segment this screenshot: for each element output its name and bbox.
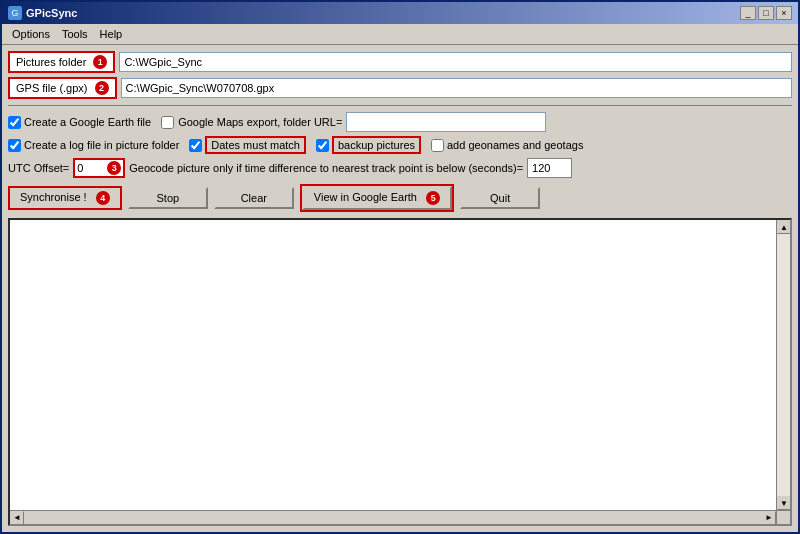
backup-pictures-label: backup pictures (332, 136, 421, 154)
synchronise-wrapper: Synchronise ! 4 (8, 186, 122, 210)
title-bar-buttons: _ □ × (740, 6, 792, 20)
vertical-scrollbar[interactable]: ▲ ▼ (776, 220, 790, 510)
window-title: GPicSync (26, 7, 77, 19)
create-log-label: Create a log file in picture folder (24, 139, 179, 151)
gps-file-label: GPS file (.gpx) 2 (8, 77, 117, 99)
horizontal-scrollbar[interactable]: ◄ ► (10, 510, 776, 524)
menu-tools[interactable]: Tools (56, 26, 94, 42)
create-log-group: Create a log file in picture folder (8, 139, 179, 152)
dates-must-match-checkbox[interactable] (189, 139, 202, 152)
gps-file-input[interactable] (121, 78, 792, 98)
dates-must-match-label: Dates must match (205, 136, 306, 154)
content-area: Pictures folder 1 GPS file (.gpx) 2 (2, 45, 798, 532)
clear-button[interactable]: Clear (214, 187, 294, 209)
google-maps-input[interactable] (346, 112, 546, 132)
scroll-up-button[interactable]: ▲ (777, 220, 791, 234)
options-row-1: Create a Google Earth file Google Maps e… (8, 112, 792, 132)
google-maps-label: Google Maps export, folder URL= (178, 116, 342, 128)
close-button[interactable]: × (776, 6, 792, 20)
utc-input[interactable] (75, 161, 105, 175)
scroll-left-button[interactable]: ◄ (10, 511, 24, 525)
view-google-earth-button[interactable]: View in Google Earth 5 (302, 186, 452, 210)
gps-file-badge: 2 (95, 81, 109, 95)
main-window: G GPicSync _ □ × Options Tools Help Pict… (0, 0, 800, 534)
scrollbar-corner (776, 510, 790, 524)
menu-options[interactable]: Options (6, 26, 56, 42)
google-maps-checkbox[interactable] (161, 116, 174, 129)
output-area: ▲ ▼ ◄ ► (8, 218, 792, 526)
add-geonames-group: add geonames and geotags (431, 139, 583, 152)
pictures-folder-badge: 1 (93, 55, 107, 69)
title-bar: G GPicSync _ □ × (2, 2, 798, 24)
utc-input-wrapper: 3 (73, 158, 125, 178)
minimize-button[interactable]: _ (740, 6, 756, 20)
create-google-earth-checkbox[interactable] (8, 116, 21, 129)
scroll-right-button[interactable]: ► (762, 511, 776, 525)
view-google-earth-wrapper: View in Google Earth 5 (300, 184, 454, 212)
utc-label: UTC Offset= (8, 162, 69, 174)
google-maps-row: Google Maps export, folder URL= (161, 112, 546, 132)
scroll-down-button[interactable]: ▼ (777, 496, 791, 510)
pictures-folder-row: Pictures folder 1 (8, 51, 792, 73)
synchronise-badge: 4 (96, 191, 110, 205)
backup-pictures-checkbox[interactable] (316, 139, 329, 152)
scroll-track-v (777, 234, 790, 496)
menu-help[interactable]: Help (94, 26, 129, 42)
backup-pictures-group: backup pictures (316, 136, 421, 154)
quit-button[interactable]: Quit (460, 187, 540, 209)
dates-must-match-group: Dates must match (189, 136, 306, 154)
title-bar-left: G GPicSync (8, 6, 77, 20)
options-row-2: Create a log file in picture folder Date… (8, 136, 792, 154)
app-icon: G (8, 6, 22, 20)
gps-file-row: GPS file (.gpx) 2 (8, 77, 792, 99)
add-geonames-checkbox[interactable] (431, 139, 444, 152)
utc-row: UTC Offset= 3 Geocode picture only if ti… (8, 158, 792, 178)
create-google-earth-group: Create a Google Earth file (8, 116, 151, 129)
seconds-input[interactable] (527, 158, 572, 178)
create-google-earth-label: Create a Google Earth file (24, 116, 151, 128)
buttons-row: Synchronise ! 4 Stop Clear View in Googl… (8, 184, 792, 212)
geocode-label: Geocode picture only if time difference … (129, 162, 523, 174)
create-log-checkbox[interactable] (8, 139, 21, 152)
pictures-folder-label: Pictures folder 1 (8, 51, 115, 73)
output-inner (10, 220, 776, 510)
utc-badge: 3 (107, 161, 121, 175)
synchronise-button[interactable]: Synchronise ! 4 (10, 188, 120, 208)
menu-bar: Options Tools Help (2, 24, 798, 45)
view-badge: 5 (426, 191, 440, 205)
add-geonames-label: add geonames and geotags (447, 139, 583, 151)
stop-button[interactable]: Stop (128, 187, 208, 209)
pictures-folder-input[interactable] (119, 52, 792, 72)
maximize-button[interactable]: □ (758, 6, 774, 20)
